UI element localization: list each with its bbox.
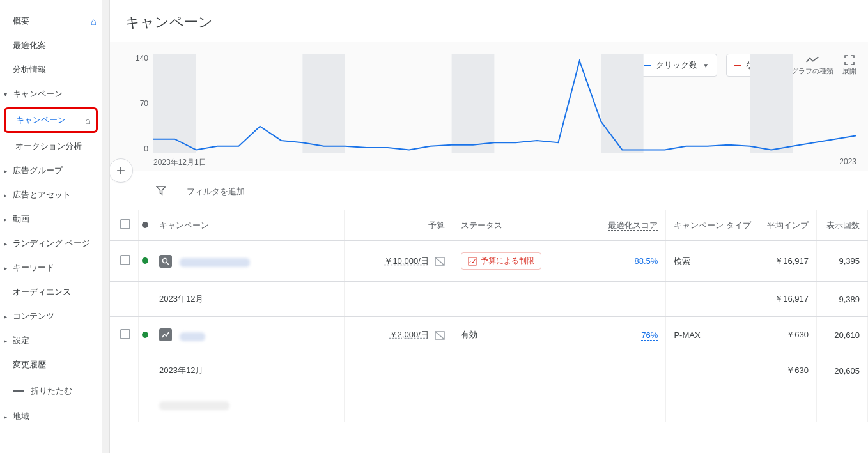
sidebar-section-content[interactable]: ▸ コンテンツ xyxy=(0,304,102,328)
status-dot-icon[interactable] xyxy=(142,332,148,338)
main-content: キャンペーン クリック数 ▼ なし ▼ グラフの種類 展開 xyxy=(110,0,868,453)
cell-status: 有効 xyxy=(453,317,600,353)
cell-views: 20,610 xyxy=(817,317,868,353)
caret-right-icon: ▸ xyxy=(4,337,7,344)
table-row[interactable]: ￥2,000/日 有効 76% P-MAX ￥630 20,610 xyxy=(110,317,868,353)
search-campaign-icon xyxy=(159,255,172,268)
sidebar-label: 設定 xyxy=(13,335,29,346)
th-campaign[interactable]: キャンペーン xyxy=(151,210,345,241)
sidebar-label: キャンペーン xyxy=(13,88,63,100)
table-sub-row: 2023年12月 ￥630 20,605 xyxy=(110,353,868,388)
cell-views: 9,395 xyxy=(817,241,868,282)
th-score[interactable]: 最適化スコア xyxy=(600,210,666,241)
th-ctype[interactable]: キャンペーン タイプ xyxy=(666,210,759,241)
collapse-icon xyxy=(13,390,24,392)
chart-area: クリック数 ▼ なし ▼ グラフの種類 展開 140 70 0 xyxy=(110,42,868,171)
score-link[interactable]: 88.5% xyxy=(635,256,658,266)
warning-chart-icon xyxy=(468,257,477,266)
caret-right-icon: ▸ xyxy=(4,167,7,174)
campaign-name-redacted xyxy=(159,401,229,410)
sidebar-item-campaigns-active[interactable]: キャンペーン ⌂ xyxy=(4,107,98,133)
cell-budget[interactable]: ￥10,000/日 xyxy=(345,241,453,282)
cell-month: 2023年12月 xyxy=(151,353,345,388)
budget-chart-icon xyxy=(435,331,445,340)
sidebar-label: ランディング ページ xyxy=(13,238,90,249)
sidebar-section-region[interactable]: ▸ 地域 xyxy=(0,404,102,429)
sidebar-item-auction[interactable]: オークション分析 xyxy=(0,134,102,158)
y-tick: 70 xyxy=(140,99,148,108)
cell-views: 9,389 xyxy=(817,282,868,317)
sidebar-collapse[interactable]: 折りたたむ xyxy=(0,377,102,404)
table-row[interactable] xyxy=(110,388,868,422)
cell-avg-impr: ￥630 xyxy=(759,353,817,388)
th-views[interactable]: 表示回数 xyxy=(817,210,868,241)
x-tick-start: 2023年12月1日 xyxy=(153,157,206,168)
status-dot-icon[interactable] xyxy=(142,257,148,264)
row-checkbox[interactable] xyxy=(120,329,130,339)
svg-point-6 xyxy=(163,258,167,263)
th-avg-impr[interactable]: 平均インプ xyxy=(759,210,817,241)
campaigns-table: キャンペーン 予算 ステータス 最適化スコア キャンペーン タイプ 平均インプ … xyxy=(110,210,868,422)
th-budget[interactable]: 予算 xyxy=(345,210,453,241)
sidebar-item-insights[interactable]: 分析情報 xyxy=(0,58,102,82)
cell-status: 予算による制限 xyxy=(453,241,600,282)
status-badge-budget-limited[interactable]: 予算による制限 xyxy=(461,252,541,270)
caret-right-icon: ▸ xyxy=(4,413,7,420)
sidebar: 概要 ⌂ 最適化案 分析情報 ▾ キャンペーン キャンペーン ⌂ オークション分… xyxy=(0,0,102,453)
cell-score: 76% xyxy=(600,317,666,353)
budget-value: ￥2,000/日 xyxy=(389,330,429,339)
status-text: 予算による制限 xyxy=(481,256,534,266)
filter-icon[interactable] xyxy=(156,185,166,198)
sidebar-label: 広告とアセット xyxy=(13,189,71,201)
sidebar-label: 分析情報 xyxy=(13,64,46,75)
cell-campaign[interactable] xyxy=(151,317,345,353)
filter-add-text[interactable]: フィルタを追加 xyxy=(187,186,245,197)
sidebar-item-history[interactable]: 変更履歴 xyxy=(0,353,102,377)
caret-right-icon: ▸ xyxy=(4,313,7,320)
select-all-checkbox[interactable] xyxy=(120,219,130,229)
sidebar-section-video[interactable]: ▸ 動画 xyxy=(0,207,102,231)
sidebar-label: 概要 xyxy=(13,15,29,27)
page-title: キャンペーン xyxy=(110,0,868,42)
scrollbar-track[interactable] xyxy=(102,0,110,453)
campaign-name-redacted xyxy=(180,332,205,341)
cell-avg-impr: ￥16,917 xyxy=(759,282,817,317)
svg-line-9 xyxy=(435,257,444,265)
cell-ctype: 検索 xyxy=(666,241,759,282)
campaigns-table-wrap: キャンペーン 予算 ステータス 最適化スコア キャンペーン タイプ 平均インプ … xyxy=(110,210,868,453)
th-status[interactable]: ステータス xyxy=(453,210,600,241)
sidebar-section-settings[interactable]: ▸ 設定 xyxy=(0,328,102,353)
status-dot-header-icon[interactable] xyxy=(142,222,148,228)
table-sub-row: 2023年12月 ￥16,917 9,389 xyxy=(110,282,868,317)
table-row[interactable]: ￥10,000/日 予算による制限 88.5% 検索 ￥16,917 9,395 xyxy=(110,241,868,282)
cell-budget[interactable]: ￥2,000/日 xyxy=(345,317,453,353)
sidebar-item-overview[interactable]: 概要 ⌂ xyxy=(0,9,102,33)
campaign-name-redacted xyxy=(180,258,250,267)
caret-right-icon: ▸ xyxy=(4,265,7,272)
sidebar-section-landing[interactable]: ▸ ランディング ページ xyxy=(0,231,102,256)
svg-rect-1 xyxy=(302,54,345,153)
line-chart xyxy=(153,54,856,153)
y-axis: 140 70 0 xyxy=(121,54,153,169)
row-checkbox[interactable] xyxy=(120,255,130,265)
sidebar-section-adgroups[interactable]: ▸ 広告グループ xyxy=(0,158,102,183)
score-link[interactable]: 76% xyxy=(641,330,658,341)
sidebar-section-keywords[interactable]: ▸ キーワード xyxy=(0,256,102,280)
sidebar-section-ads[interactable]: ▸ 広告とアセット xyxy=(0,183,102,207)
sidebar-item-audience[interactable]: オーディエンス xyxy=(0,280,102,304)
sidebar-label: 変更履歴 xyxy=(13,359,46,371)
budget-chart-icon xyxy=(435,257,445,266)
svg-rect-0 xyxy=(153,54,196,153)
sidebar-label: 最適化案 xyxy=(13,40,46,51)
svg-rect-4 xyxy=(750,54,793,153)
home-icon: ⌂ xyxy=(91,16,97,27)
svg-rect-2 xyxy=(452,54,495,153)
cell-campaign[interactable] xyxy=(151,241,345,282)
sidebar-section-campaigns[interactable]: ▾ キャンペーン xyxy=(0,82,102,106)
filter-row: フィルタを追加 xyxy=(110,171,868,210)
cell-views: 20,605 xyxy=(817,353,868,388)
sidebar-label: コンテンツ xyxy=(13,311,54,322)
sidebar-item-recommendations[interactable]: 最適化案 xyxy=(0,33,102,58)
y-tick: 140 xyxy=(136,54,148,63)
sidebar-label: オークション分析 xyxy=(15,141,82,152)
